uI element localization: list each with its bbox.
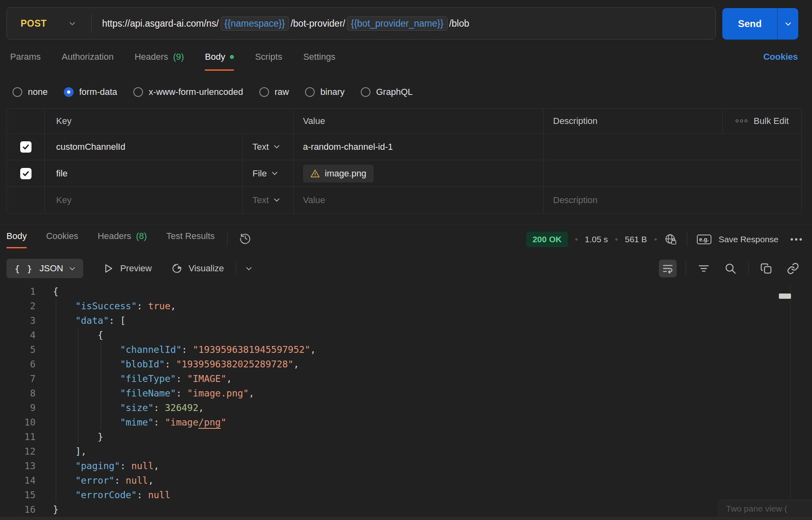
response-tab-body[interactable]: Body (6, 231, 27, 248)
indent-guide (101, 415, 101, 430)
body-mode-graphql[interactable]: GraphQL (361, 87, 413, 97)
search-button[interactable] (722, 260, 739, 277)
history-button[interactable] (239, 232, 252, 245)
link-button[interactable] (784, 260, 802, 277)
pane-view-tooltip: Two pane view ( (718, 500, 812, 518)
network-info-button[interactable] (664, 233, 677, 246)
header-key: Key (45, 109, 294, 133)
type-selector[interactable]: Text (242, 187, 293, 213)
code-text: "fileType": "IMAGE", (53, 371, 232, 386)
preview-label: Preview (120, 263, 151, 274)
value-cell[interactable]: Value (294, 187, 544, 213)
description-cell[interactable] (544, 160, 801, 187)
body-mode-form-data[interactable]: form-data (64, 87, 117, 97)
filter-lines-button[interactable] (695, 260, 713, 277)
method-selector[interactable]: POST (7, 18, 91, 29)
toolbar-divider (236, 262, 236, 275)
request-tab-settings[interactable]: Settings (303, 52, 336, 71)
indent-guide (101, 400, 101, 415)
file-chip[interactable]: image.png (303, 165, 374, 182)
send-options-caret[interactable] (778, 8, 798, 40)
request-tab-authorization[interactable]: Authorization (62, 52, 114, 71)
response-tab-headers[interactable]: Headers(8) (98, 231, 147, 248)
body-mode-binary[interactable]: binary (305, 87, 345, 97)
request-tab-headers[interactable]: Headers(9) (135, 52, 184, 71)
response-toolbar: { } JSON Preview Visualize (6, 258, 802, 279)
indent-guide (78, 342, 78, 357)
value-cell[interactable]: a-random-channel-id-1 (294, 134, 544, 160)
body-mode-none[interactable]: none (13, 87, 48, 97)
request-tab-params[interactable]: Params (10, 52, 41, 71)
chevron-down-icon[interactable] (246, 267, 252, 270)
value-text: a-random-channel-id-1 (303, 142, 393, 152)
header-check-cell (7, 109, 45, 133)
table-row: KeyTextValueDescription (7, 187, 801, 213)
key-text: file (56, 168, 242, 179)
tab-label: Headers (98, 231, 131, 241)
value-cell[interactable]: image.png (294, 160, 544, 187)
type-label: Text (252, 142, 269, 152)
checkmark-icon (22, 143, 29, 151)
url-input[interactable]: https://api.asgard-ai.com/ns/{{namespace… (92, 17, 469, 31)
row-checkbox[interactable] (20, 168, 32, 179)
code-line: 1{ (0, 284, 812, 299)
indent-guide (56, 386, 56, 400)
scrollbar-thumb[interactable] (779, 294, 791, 299)
request-response-divider (0, 224, 812, 225)
indent-guide (56, 371, 56, 386)
key-cell[interactable]: KeyText (45, 187, 294, 213)
indent-guide (56, 488, 56, 502)
key-cell[interactable]: customChannelIdText (45, 134, 294, 160)
send-button[interactable]: Send (722, 8, 798, 40)
line-number: 11 (0, 430, 36, 444)
request-tab-body[interactable]: Body (205, 52, 234, 71)
response-tabs-divider (227, 232, 227, 246)
method-label: POST (21, 18, 47, 29)
visualize-label: Visualize (189, 263, 224, 274)
indent-guide (78, 328, 78, 342)
request-url-bar[interactable]: POST https://api.asgard-ai.com/ns/{{name… (6, 7, 716, 40)
tab-count: (8) (136, 231, 147, 241)
radio-label: x-www-form-urlencoded (149, 87, 243, 97)
warning-icon (310, 169, 320, 178)
save-response-button[interactable]: Save Response (719, 235, 778, 244)
radio-icon (64, 87, 74, 97)
indent-guide (101, 386, 101, 400)
copy-button[interactable] (757, 260, 775, 277)
request-tab-scripts[interactable]: Scripts (255, 52, 282, 71)
response-tab-cookies[interactable]: Cookies (46, 231, 78, 248)
line-number: 2 (0, 299, 36, 313)
more-options-icon[interactable] (791, 238, 802, 241)
form-data-table: KeyValueDescriptionBulk EditcustomChanne… (6, 108, 802, 214)
description-cell[interactable] (544, 134, 801, 160)
row-checkbox[interactable] (20, 141, 32, 153)
code-text: "mime": "image/png" (53, 415, 226, 430)
row-check-cell (7, 160, 45, 187)
radio-icon (259, 87, 269, 97)
tab-label: Body (205, 52, 225, 62)
send-button-label[interactable]: Send (722, 8, 777, 40)
bulk-edit-button[interactable]: Bulk Edit (723, 109, 801, 133)
value-placeholder: Value (303, 195, 325, 205)
type-selector[interactable]: File (242, 160, 293, 187)
history-clock-icon (239, 232, 252, 245)
preview-button[interactable]: Preview (102, 262, 151, 275)
line-number: 6 (0, 357, 36, 371)
body-mode-x-www-form-urlencoded[interactable]: x-www-form-urlencoded (133, 87, 243, 97)
tab-label: Test Results (166, 231, 215, 241)
chevron-down-icon (274, 145, 280, 149)
body-mode-raw[interactable]: raw (259, 87, 289, 97)
body-mode-radios: noneform-datax-www-form-urlencodedrawbin… (13, 83, 413, 101)
postman-window: POST https://api.asgard-ai.com/ns/{{name… (0, 0, 812, 520)
key-cell[interactable]: fileFile (45, 160, 294, 187)
visualize-button[interactable]: Visualize (170, 262, 224, 275)
indent-guide (78, 386, 78, 400)
indent-guide (56, 400, 56, 415)
type-selector[interactable]: Text (242, 134, 293, 160)
cookies-link[interactable]: Cookies (763, 52, 798, 62)
response-tab-test-results[interactable]: Test Results (166, 231, 215, 248)
format-selector[interactable]: { } JSON (6, 259, 83, 278)
description-cell[interactable]: Description (544, 187, 801, 213)
tab-label: Headers (135, 52, 168, 62)
wrap-text-button[interactable] (659, 260, 677, 277)
